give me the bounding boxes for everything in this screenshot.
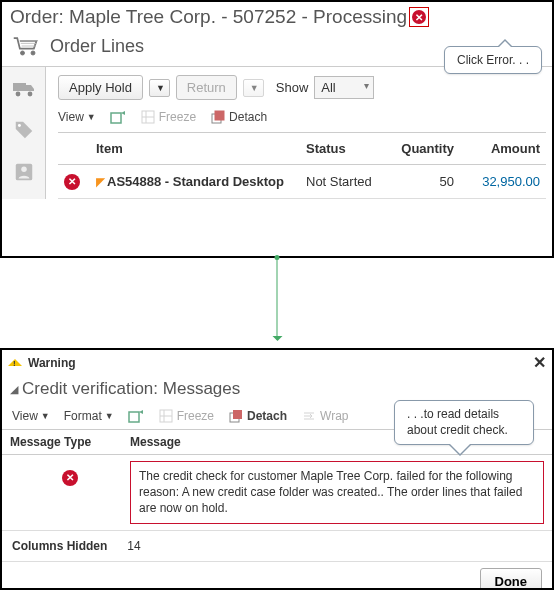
- flag-icon: ◤: [96, 175, 105, 189]
- svg-point-5: [17, 124, 20, 127]
- freeze-button: Freeze: [140, 110, 196, 124]
- view-toolbar: View▼ Freeze Detach: [58, 110, 546, 124]
- section-title-text: Credit verification: Messages: [22, 379, 240, 399]
- col-message-type[interactable]: Message Type: [2, 430, 122, 454]
- callout-click-error: Click Error. . .: [444, 46, 542, 74]
- row-item: AS54888 - Standard Desktop: [107, 174, 284, 189]
- svg-point-1: [31, 51, 35, 55]
- message-row[interactable]: ✕ The credit check for customer Maple Tr…: [2, 455, 552, 530]
- truck-icon[interactable]: [12, 77, 36, 99]
- warning-section-title[interactable]: ◢ Credit verification: Messages: [2, 375, 552, 403]
- row-status: Not Started: [300, 165, 390, 199]
- detach-button[interactable]: Detach: [228, 409, 287, 423]
- main-content: Apply Hold ▼ Return ▼ Show All View▼: [46, 67, 552, 199]
- callout-text: . . .to read details about credit check.: [407, 407, 508, 437]
- warning-icon: [8, 359, 22, 366]
- row-error-icon[interactable]: ✕: [64, 174, 80, 190]
- callout-text: Click Error. . .: [457, 53, 529, 67]
- export-icon[interactable]: [110, 110, 126, 124]
- callout-credit-check: . . .to read details about credit check.: [394, 400, 534, 445]
- detach-button[interactable]: Detach: [210, 110, 267, 124]
- svg-point-4: [27, 92, 32, 97]
- order-lines-title: Order Lines: [50, 36, 144, 57]
- col-quantity[interactable]: Quantity: [390, 133, 460, 165]
- svg-rect-8: [111, 113, 121, 123]
- return-menu: ▼: [243, 79, 264, 97]
- cart-icon: [12, 34, 40, 58]
- detach-label: Detach: [229, 110, 267, 124]
- svg-point-7: [21, 167, 27, 173]
- warning-title-bar: Warning ✕: [2, 350, 552, 375]
- apply-hold-label: Apply Hold: [69, 80, 132, 95]
- svg-point-0: [20, 51, 24, 55]
- disclosure-icon: ◢: [10, 383, 18, 396]
- return-label: Return: [187, 80, 226, 95]
- error-icon: ✕: [62, 470, 78, 486]
- col-status[interactable]: Status: [300, 133, 390, 165]
- side-tabs: [2, 67, 46, 199]
- return-button: Return: [176, 75, 237, 100]
- close-icon[interactable]: ✕: [533, 353, 546, 372]
- columns-hidden-value: 14: [127, 539, 140, 553]
- table-row[interactable]: ✕ ◤AS54888 - Standard Desktop Not Starte…: [58, 165, 546, 199]
- action-toolbar: Apply Hold ▼ Return ▼ Show All: [58, 75, 546, 100]
- view-label: View: [58, 110, 84, 124]
- view-menu[interactable]: View▼: [58, 110, 96, 124]
- svg-rect-2: [13, 83, 26, 91]
- freeze-label: Freeze: [159, 110, 196, 124]
- svg-rect-15: [233, 410, 242, 419]
- show-value: All: [321, 80, 335, 95]
- warning-dialog: Warning ✕ ◢ Credit verification: Message…: [0, 348, 554, 590]
- order-panel: Order: Maple Tree Corp. - 507252 - Proce…: [0, 0, 554, 258]
- col-amount[interactable]: Amount: [460, 133, 546, 165]
- warning-label: Warning: [28, 356, 76, 370]
- view-menu[interactable]: View ▼: [12, 409, 50, 423]
- connector-arrow: [0, 258, 554, 348]
- svg-rect-11: [215, 111, 224, 120]
- message-type-cell: ✕: [10, 461, 130, 486]
- order-title: Order: Maple Tree Corp. - 507252 - Proce…: [10, 6, 407, 28]
- show-label: Show: [276, 80, 309, 95]
- col-icon: [58, 133, 90, 165]
- row-amount[interactable]: 32,950.00: [460, 165, 546, 199]
- dialog-footer: Done: [2, 561, 552, 590]
- apply-hold-menu[interactable]: ▼: [149, 79, 170, 97]
- wrap-button: Wrap: [301, 409, 348, 423]
- format-menu[interactable]: Format ▼: [64, 409, 114, 423]
- svg-rect-12: [129, 412, 139, 422]
- done-button[interactable]: Done: [480, 568, 543, 590]
- order-lines-table: Item Status Quantity Amount ✕ ◤AS54888 -…: [58, 132, 546, 199]
- freeze-button: Freeze: [158, 409, 214, 423]
- columns-hidden-row: Columns Hidden 14: [2, 530, 552, 561]
- export-icon[interactable]: [128, 409, 144, 423]
- svg-point-3: [15, 92, 20, 97]
- error-icon: ✕: [412, 10, 426, 24]
- show-select[interactable]: All: [314, 76, 374, 99]
- order-title-bar: Order: Maple Tree Corp. - 507252 - Proce…: [2, 2, 552, 34]
- done-label: Done: [495, 574, 528, 589]
- contact-icon[interactable]: [12, 161, 36, 183]
- message-text: The credit check for customer Maple Tree…: [130, 461, 544, 524]
- columns-hidden-label: Columns Hidden: [12, 539, 107, 553]
- apply-hold-button[interactable]: Apply Hold: [58, 75, 143, 100]
- row-quantity: 50: [390, 165, 460, 199]
- header-error-button[interactable]: ✕: [409, 7, 429, 27]
- tag-icon[interactable]: [12, 119, 36, 141]
- order-body: Apply Hold ▼ Return ▼ Show All View▼: [2, 67, 552, 199]
- col-item[interactable]: Item: [90, 133, 300, 165]
